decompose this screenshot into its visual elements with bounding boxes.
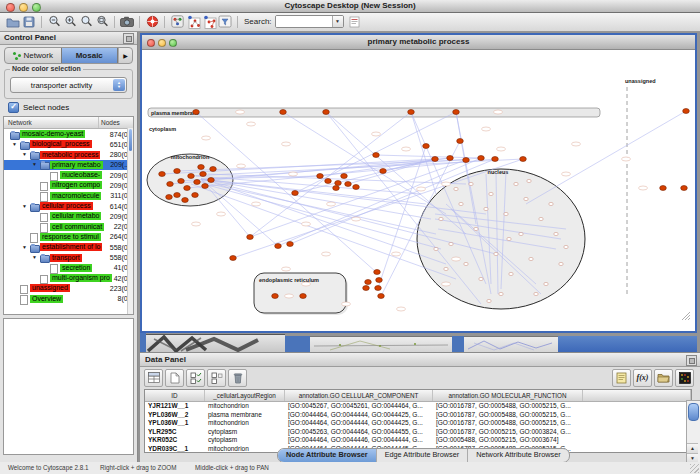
- network-node[interactable]: [457, 139, 464, 144]
- background-window-3[interactable]: [464, 336, 558, 353]
- network-node[interactable]: [198, 165, 205, 170]
- tree-expand-arrow-icon[interactable]: ▼: [32, 255, 37, 260]
- zoom-fit-icon[interactable]: [78, 14, 94, 29]
- network-node[interactable]: [275, 244, 282, 249]
- nucleus-node[interactable]: [469, 182, 473, 185]
- table-row-ykr052c[interactable]: YKR052Ccytoplasm[GO:0044464, GO:0044446,…: [145, 436, 691, 445]
- network-window-titlebar[interactable]: primary metabolic process: [142, 35, 695, 50]
- network-node[interactable]: [167, 182, 174, 187]
- network-node[interactable]: [184, 186, 191, 191]
- network-node[interactable]: [333, 186, 340, 191]
- network-node[interactable]: [408, 110, 415, 115]
- network-node[interactable]: [166, 195, 173, 200]
- background-window-3-edge[interactable]: [452, 336, 464, 352]
- network-node[interactable]: [660, 186, 667, 191]
- network-node[interactable]: [463, 158, 470, 163]
- network-node[interactable]: [683, 109, 690, 114]
- table-scrollbar[interactable]: ▲ ▼: [686, 400, 700, 464]
- nucleus-node[interactable]: [464, 262, 468, 265]
- table-row-yjr121w-1[interactable]: YJR121W__1mitochondrion[GO:0045267, GO:0…: [145, 402, 691, 411]
- network-node[interactable]: [363, 286, 370, 291]
- network-node[interactable]: [174, 169, 181, 174]
- network-node[interactable]: [323, 110, 330, 115]
- unselect-attributes-icon[interactable]: [207, 369, 226, 387]
- help-lifering-icon[interactable]: [144, 14, 160, 29]
- network-node[interactable]: [375, 286, 382, 291]
- network-node[interactable]: [188, 174, 195, 179]
- tabs-overflow-arrow[interactable]: ▶: [118, 48, 132, 63]
- network-node[interactable]: [335, 181, 342, 186]
- network-node[interactable]: [210, 167, 217, 172]
- save-session-icon[interactable]: [21, 14, 37, 29]
- select-attributes-icon[interactable]: [186, 369, 205, 387]
- tree-expand-arrow-icon[interactable]: ▼: [32, 162, 37, 167]
- network-node[interactable]: [447, 156, 454, 161]
- network-node[interactable]: [478, 156, 485, 161]
- tree-row-metabolic-process[interactable]: ▼metabolic process280(0): [4, 150, 133, 160]
- tree-row-multi-organism-pro[interactable]: multi-organism pro42(0): [4, 273, 133, 283]
- column-header-id[interactable]: ID: [145, 390, 205, 401]
- nucleus-node[interactable]: [564, 245, 568, 248]
- column-header-annotation-go-molecular-function[interactable]: annotation.GO MOLECULAR_FUNCTION: [433, 390, 583, 401]
- nucleus-node[interactable]: [494, 252, 498, 255]
- tree-row-response-to-stimul[interactable]: response to stimul264(0): [4, 232, 133, 242]
- nucleus-node[interactable]: [559, 262, 563, 265]
- nucleus-node[interactable]: [544, 282, 548, 285]
- select-nodes-checkbox[interactable]: ✓: [8, 102, 19, 113]
- background-window-2[interactable]: [310, 336, 452, 353]
- network-node[interactable]: [287, 242, 294, 247]
- network-node[interactable]: [432, 157, 439, 162]
- table-scrollbar-thumb[interactable]: [688, 403, 699, 421]
- network-node[interactable]: [194, 180, 201, 185]
- search-config-icon[interactable]: [347, 14, 363, 29]
- nucleus-node[interactable]: [507, 237, 511, 240]
- network-node[interactable]: [280, 110, 287, 115]
- network-node[interactable]: [272, 294, 279, 299]
- network-node[interactable]: [159, 172, 166, 177]
- nucleus-node[interactable]: [539, 217, 543, 220]
- tree-expand-arrow-icon[interactable]: ▼: [22, 152, 27, 157]
- network-node[interactable]: [378, 294, 385, 299]
- network-node[interactable]: [174, 193, 181, 198]
- tree-row-primary-metabo[interactable]: ▼primary metabo209(...: [4, 160, 133, 170]
- nucleus-node[interactable]: [449, 242, 453, 245]
- nucleus-node[interactable]: [529, 257, 533, 260]
- table-row-ylr295c[interactable]: YLR295Ccytoplasm[GO:0045263, GO:0044464,…: [145, 428, 691, 437]
- search-input[interactable]: [276, 16, 332, 27]
- tab-node-attribute-browser[interactable]: Node Attribute Browser: [278, 449, 377, 462]
- tree-expand-arrow-icon[interactable]: ▼: [12, 142, 17, 147]
- attribute-combobox[interactable]: transporter activity ▲▼: [10, 77, 127, 93]
- background-window-4-edge[interactable]: [558, 336, 697, 352]
- nucleus-node[interactable]: [487, 299, 491, 302]
- nucleus-node[interactable]: [489, 192, 493, 195]
- table-row-ypl036w-1[interactable]: YPL036W__1mitochondrion[GO:0044464, GO:0…: [145, 419, 691, 428]
- edit-edges-icon[interactable]: [201, 14, 217, 29]
- nucleus-node[interactable]: [484, 207, 488, 210]
- zoom-out-icon[interactable]: [46, 14, 62, 29]
- canvas-resize-grip[interactable]: [688, 318, 690, 320]
- tree-scrollbar[interactable]: [127, 128, 133, 314]
- edit-nodes-icon[interactable]: [185, 14, 201, 29]
- network-node[interactable]: [520, 157, 527, 162]
- formula-builder-icon[interactable]: f(x): [633, 369, 652, 387]
- open-session-icon[interactable]: [5, 14, 21, 29]
- matrix-view-icon[interactable]: [675, 369, 694, 387]
- network-node[interactable]: [193, 110, 200, 115]
- network-node[interactable]: [200, 172, 207, 177]
- nucleus-node[interactable]: [474, 227, 478, 230]
- tree-row-overview[interactable]: Overview8(0): [4, 294, 133, 304]
- nucleus-node[interactable]: [504, 212, 508, 215]
- network-node[interactable]: [374, 270, 381, 275]
- network-node[interactable]: [353, 185, 360, 190]
- network-node[interactable]: [325, 179, 332, 184]
- tab-mosaic[interactable]: Mosaic: [61, 48, 119, 63]
- network-node[interactable]: [341, 174, 348, 179]
- nucleus-node[interactable]: [519, 232, 523, 235]
- tree-row-secretion[interactable]: secretion41(0): [4, 263, 133, 273]
- table-row-ypl036w-2[interactable]: YPL036W__2plasma membrane[GO:0044464, GO…: [145, 411, 691, 420]
- nucleus-node[interactable]: [514, 182, 518, 185]
- tree-row-transport[interactable]: ▼transport558(0): [4, 253, 133, 263]
- network-node[interactable]: [376, 278, 383, 283]
- notes-icon[interactable]: [612, 369, 631, 387]
- network-node[interactable]: [208, 178, 215, 183]
